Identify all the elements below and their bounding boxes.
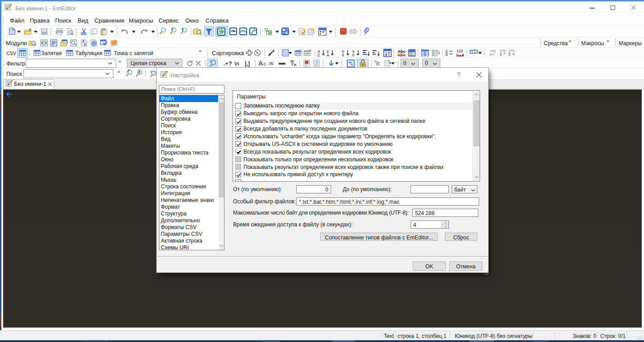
svg-text:123: 123 bbox=[457, 49, 463, 53]
svg-text:9: 9 bbox=[342, 53, 344, 56]
svg-text:0: 0 bbox=[352, 53, 355, 56]
svg-text:1: 1 bbox=[446, 50, 448, 53]
svg-text:A: A bbox=[327, 53, 329, 56]
svg-text:9: 9 bbox=[256, 51, 258, 55]
svg-text:2: 2 bbox=[446, 53, 448, 56]
svg-text:Abc: Abc bbox=[397, 52, 406, 57]
svg-text:Z: Z bbox=[317, 53, 320, 56]
svg-text:abc: abc bbox=[410, 54, 414, 56]
